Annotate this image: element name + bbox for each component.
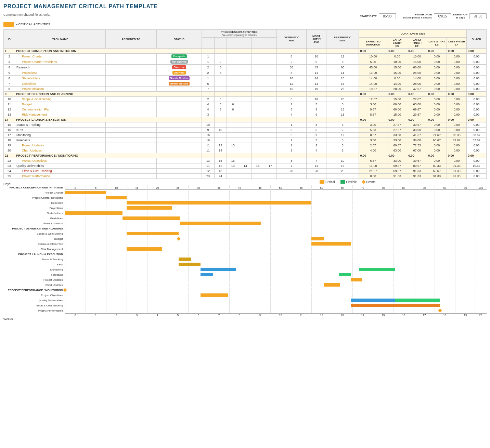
row-min[interactable] bbox=[276, 49, 306, 54]
row-assigned[interactable] bbox=[105, 133, 156, 138]
row-pa1[interactable]: 2 bbox=[202, 65, 214, 70]
row-pa4[interactable] bbox=[239, 81, 252, 87]
row-max[interactable]: 13 bbox=[326, 112, 359, 117]
row-pa5[interactable] bbox=[252, 112, 264, 117]
row-pa3[interactable]: 13 bbox=[227, 163, 239, 169]
row-assigned[interactable] bbox=[105, 54, 156, 59]
row-avg[interactable] bbox=[306, 117, 326, 122]
row-min[interactable]: 12 bbox=[276, 81, 306, 87]
row-assigned[interactable] bbox=[105, 102, 156, 107]
row-pa4[interactable] bbox=[239, 158, 252, 163]
row-max[interactable]: 5 bbox=[326, 102, 359, 107]
row-pa5[interactable] bbox=[252, 174, 264, 179]
row-pa4[interactable] bbox=[239, 59, 252, 65]
row-pa6[interactable] bbox=[264, 138, 276, 143]
row-pa4[interactable] bbox=[239, 107, 252, 112]
row-pa1[interactable]: 11 bbox=[202, 148, 214, 153]
row-assigned[interactable] bbox=[105, 148, 156, 153]
row-pa4[interactable] bbox=[239, 97, 252, 102]
row-pa2[interactable] bbox=[214, 54, 227, 59]
row-pa6[interactable] bbox=[264, 128, 276, 133]
row-pa2[interactable]: 12 bbox=[214, 143, 227, 148]
row-pa5[interactable] bbox=[252, 138, 264, 143]
row-pa5[interactable] bbox=[252, 148, 264, 153]
row-pa2[interactable]: 15 bbox=[214, 158, 227, 163]
row-pa4[interactable] bbox=[239, 49, 252, 54]
row-pa2[interactable] bbox=[214, 76, 227, 81]
row-pa2[interactable] bbox=[214, 122, 227, 128]
row-pa3[interactable] bbox=[227, 133, 239, 138]
row-avg[interactable]: 4 bbox=[306, 148, 326, 153]
row-pa6[interactable] bbox=[264, 92, 276, 97]
row-max[interactable]: 5 bbox=[326, 138, 359, 143]
row-pa5[interactable] bbox=[252, 59, 264, 65]
row-pa2[interactable]: 3 bbox=[214, 70, 227, 76]
row-pa4[interactable] bbox=[239, 76, 252, 81]
row-pa2[interactable] bbox=[214, 81, 227, 87]
row-pa4[interactable] bbox=[239, 174, 252, 179]
row-pa5[interactable] bbox=[252, 128, 264, 133]
row-min[interactable] bbox=[276, 153, 306, 158]
row-avg[interactable]: 10 bbox=[306, 54, 326, 59]
row-pa3[interactable] bbox=[227, 59, 239, 65]
row-assigned[interactable] bbox=[105, 128, 156, 133]
row-pa6[interactable] bbox=[264, 76, 276, 81]
row-max[interactable]: 6 bbox=[326, 148, 359, 153]
row-max[interactable]: 14 bbox=[326, 70, 359, 76]
row-min[interactable] bbox=[276, 92, 306, 97]
row-max[interactable]: 16 bbox=[326, 81, 359, 87]
row-pa1[interactable]: 1 bbox=[202, 59, 214, 65]
row-pa5[interactable] bbox=[252, 153, 264, 158]
row-pa3[interactable] bbox=[227, 174, 239, 179]
row-pa5[interactable] bbox=[252, 49, 264, 54]
row-pa2[interactable] bbox=[214, 92, 227, 97]
row-pa3[interactable] bbox=[227, 65, 239, 70]
row-pa3[interactable] bbox=[227, 92, 239, 97]
row-pa1[interactable]: 10 bbox=[202, 122, 214, 128]
row-min[interactable]: 3 bbox=[276, 128, 306, 133]
row-pa6[interactable] bbox=[264, 49, 276, 54]
row-avg[interactable]: 3 bbox=[306, 122, 326, 128]
row-pa3[interactable] bbox=[227, 138, 239, 143]
row-pa6[interactable] bbox=[264, 81, 276, 87]
row-min[interactable]: 15 bbox=[276, 87, 306, 92]
row-avg[interactable]: 7 bbox=[306, 158, 326, 163]
row-assigned[interactable] bbox=[105, 70, 156, 76]
row-min[interactable]: 1 bbox=[276, 102, 306, 107]
row-pa5[interactable] bbox=[252, 117, 264, 122]
row-pa1[interactable]: 4 bbox=[202, 102, 214, 107]
row-max[interactable] bbox=[326, 174, 359, 179]
row-min[interactable]: 30 bbox=[276, 65, 306, 70]
row-min[interactable]: 2 bbox=[276, 148, 306, 153]
row-min[interactable]: 8 bbox=[276, 97, 306, 102]
row-pa4[interactable] bbox=[239, 87, 252, 92]
row-avg[interactable]: 19 bbox=[306, 87, 326, 92]
row-pa6[interactable] bbox=[264, 158, 276, 163]
row-pa1[interactable]: 3 bbox=[202, 112, 214, 117]
row-pa1[interactable]: 7 bbox=[202, 87, 214, 92]
row-min[interactable]: 1 bbox=[276, 138, 306, 143]
row-avg[interactable]: 9 bbox=[306, 133, 326, 138]
row-pa5[interactable] bbox=[252, 97, 264, 102]
row-pa3[interactable] bbox=[227, 76, 239, 81]
row-max[interactable] bbox=[326, 153, 359, 158]
row-assigned[interactable] bbox=[105, 107, 156, 112]
row-pa1[interactable]: 23 bbox=[202, 174, 214, 179]
row-pa6[interactable] bbox=[264, 133, 276, 138]
row-assigned[interactable] bbox=[105, 81, 156, 87]
row-pa1[interactable]: 2 bbox=[202, 97, 214, 102]
row-pa6[interactable] bbox=[264, 169, 276, 174]
row-assigned[interactable] bbox=[105, 112, 156, 117]
row-pa3[interactable]: 6 bbox=[227, 107, 239, 112]
row-avg[interactable]: 11 bbox=[306, 70, 326, 76]
row-pa4[interactable] bbox=[239, 169, 252, 174]
row-pa6[interactable] bbox=[264, 87, 276, 92]
row-pa6[interactable] bbox=[264, 148, 276, 153]
row-pa1[interactable] bbox=[202, 117, 214, 122]
row-pa3[interactable] bbox=[227, 87, 239, 92]
row-pa2[interactable]: 24 bbox=[214, 174, 227, 179]
row-min[interactable]: 5 bbox=[276, 107, 306, 112]
row-min[interactable]: 10 bbox=[276, 76, 306, 81]
row-min[interactable]: 8 bbox=[276, 70, 306, 76]
row-pa2[interactable]: 14 bbox=[214, 148, 227, 153]
